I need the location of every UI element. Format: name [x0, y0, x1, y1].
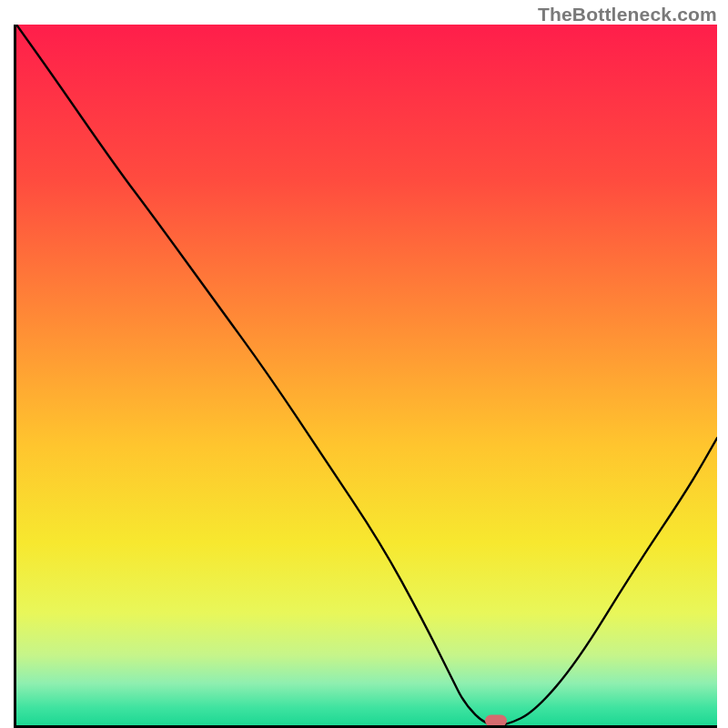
optimal-point-marker	[485, 715, 507, 727]
bottleneck-curve	[16, 25, 717, 725]
watermark-text: TheBottleneck.com	[538, 4, 717, 25]
chart-container: TheBottleneck.com	[0, 0, 728, 728]
plot-area	[14, 25, 717, 728]
